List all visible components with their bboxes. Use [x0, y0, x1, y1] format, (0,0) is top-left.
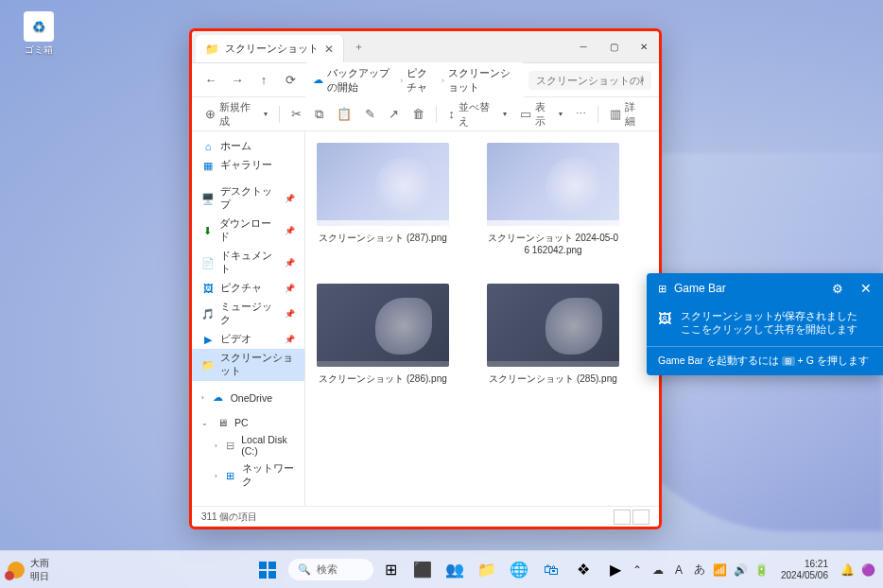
taskbar-app-2[interactable]: ▶ [600, 555, 631, 585]
file-item-0[interactable]: スクリーンショット (287).png [317, 143, 449, 255]
share-button[interactable]: ↗ [383, 102, 405, 127]
back-button[interactable]: ← [199, 69, 222, 92]
tray-app-icon[interactable]: 🟣 [860, 563, 875, 577]
cut-button[interactable]: ✂ [286, 102, 307, 127]
tab-screenshots[interactable]: 📁 スクリーンショット ✕ [196, 35, 344, 62]
sidebar-gallery[interactable]: ▦ ギャラリー [192, 156, 304, 175]
breadcrumb[interactable]: ☁ バックアップの開始 › ピクチャ › スクリーンショット [305, 62, 525, 98]
pin-icon: 📌 [285, 194, 295, 203]
maximize-button[interactable]: ▢ [598, 31, 629, 62]
sidebar-pinned-label: ピクチャ [220, 282, 262, 295]
file-item-3[interactable]: スクリーンショット (285).png [487, 284, 619, 386]
more-button[interactable]: ⋯ [570, 102, 592, 127]
plus-circle-icon: ⊕ [205, 107, 216, 121]
titlebar: 📁 スクリーンショット ✕ ＋ ─ ▢ ✕ [192, 31, 659, 63]
taskbar-explorer[interactable]: 📁 [472, 555, 502, 585]
backup-icon: ☁ [313, 74, 323, 86]
copy-button[interactable]: ⧉ [309, 102, 329, 127]
gamebar-title: Game Bar [674, 282, 726, 295]
tray-language-icon[interactable]: あ [692, 562, 707, 578]
file-explorer-window: 📁 スクリーンショット ✕ ＋ ─ ▢ ✕ ← → ↑ ⟳ ☁ バックアップの開… [192, 31, 659, 527]
tab-close-icon[interactable]: ✕ [324, 43, 334, 56]
file-item-1[interactable]: スクリーンショット 2024-05-06 162042.png [487, 143, 619, 255]
gamebar-hint: Game Bar を起動するには ⊞ + G を押します [647, 346, 883, 375]
view-list-button[interactable] [614, 510, 631, 525]
view-grid-button[interactable] [632, 510, 649, 525]
taskbar-store[interactable]: 🛍 [536, 555, 566, 585]
tray-wifi-icon[interactable]: 📶 [713, 563, 728, 577]
sidebar-localdisk[interactable]: › ⊟ Local Disk (C:) [192, 431, 304, 459]
sort-button[interactable]: ↕ 並べ替え ▾ [442, 102, 512, 127]
recycle-bin-icon: ♻ [24, 11, 54, 42]
forward-button[interactable]: → [226, 69, 249, 92]
view-button[interactable]: ▭ 表示 ▾ [514, 102, 568, 127]
taskbar-search[interactable]: 🔍 検索 [288, 559, 373, 580]
sidebar-localdisk-label: Local Disk (C:) [241, 434, 295, 457]
sidebar-pinned-4[interactable]: 🎵ミュージック📌 [192, 298, 304, 330]
breadcrumb-screenshots[interactable]: スクリーンショット [448, 66, 517, 95]
recycle-bin[interactable]: ♻ ゴミ箱 [15, 11, 62, 57]
paste-button[interactable]: 📋 [331, 102, 357, 127]
breadcrumb-root[interactable]: バックアップの開始 [327, 66, 396, 95]
taskbar-copilot[interactable]: ❖ [568, 555, 598, 585]
weather-widget[interactable]: 大雨 明日 [8, 557, 49, 583]
sidebar-pc[interactable]: ⌄ 🖥 PC [192, 414, 304, 431]
sidebar-pinned-icon: 🖼 [201, 283, 215, 294]
tray-ime-icon[interactable]: A [671, 563, 686, 577]
taskbar-teams[interactable]: 👥 [440, 555, 470, 585]
up-button[interactable]: ↑ [252, 69, 275, 92]
taskbar-clock[interactable]: 16:21 2024/05/06 [781, 559, 828, 581]
delete-button[interactable]: 🗑 [407, 102, 430, 127]
sidebar-pinned-icon: ▶ [201, 334, 215, 346]
copy-icon: ⧉ [315, 107, 323, 122]
tray-battery-icon[interactable]: 🔋 [754, 563, 770, 577]
svg-rect-3 [268, 571, 276, 579]
sidebar: ⌂ ホーム ▦ ギャラリー 🖥️デスクトップ📌⬇ダウンロード📌📄ドキュメント📌🖼… [192, 131, 305, 506]
new-button[interactable]: ⊕ 新規作成 ▾ [199, 102, 273, 127]
sidebar-onedrive[interactable]: › ☁ OneDrive [192, 389, 304, 406]
svg-rect-2 [259, 571, 267, 579]
task-view-button[interactable]: ⊞ [375, 555, 406, 585]
rename-button[interactable]: ✎ [359, 102, 381, 127]
sidebar-network[interactable]: › ⊞ ネットワーク [192, 459, 304, 492]
refresh-button[interactable]: ⟳ [279, 69, 302, 92]
tray-onedrive-icon[interactable]: ☁ [650, 563, 666, 577]
sidebar-pinned-1[interactable]: ⬇ダウンロード📌 [192, 215, 304, 247]
recycle-bin-label: ゴミ箱 [15, 43, 62, 57]
breadcrumb-pictures[interactable]: ピクチャ [407, 66, 438, 95]
paste-icon: 📋 [337, 107, 352, 121]
gamebar-notification[interactable]: ⊞ Game Bar ⚙ ✕ 🖼 スクリーンショットが保存されました ここをクリ… [647, 273, 883, 375]
network-icon: ⊞ [225, 470, 236, 482]
tray-volume-icon[interactable]: 🔊 [734, 563, 749, 577]
chevron-down-icon: ▾ [503, 110, 507, 118]
pin-icon: 📌 [285, 226, 295, 235]
minimize-button[interactable]: ─ [568, 31, 598, 62]
sidebar-pinned-2[interactable]: 📄ドキュメント📌 [192, 247, 304, 279]
notification-center-icon[interactable]: 🔔 [840, 563, 855, 577]
sidebar-pinned-0[interactable]: 🖥️デスクトップ📌 [192, 182, 304, 215]
chevron-down-icon: ▾ [264, 110, 268, 118]
sort-icon: ↕ [448, 107, 455, 121]
taskbar-app-1[interactable]: ⬛ [407, 555, 438, 585]
start-button[interactable] [252, 555, 283, 585]
new-tab-button[interactable]: ＋ [344, 31, 372, 62]
highlight-frame: 📁 スクリーンショット ✕ ＋ ─ ▢ ✕ ← → ↑ ⟳ ☁ バックアップの開… [189, 28, 662, 529]
sidebar-pinned-3[interactable]: 🖼ピクチャ📌 [192, 279, 304, 298]
weather-text-1: 大雨 [30, 557, 49, 570]
settings-icon[interactable]: ⚙ [832, 282, 843, 296]
search-input[interactable] [528, 71, 651, 90]
new-label: 新規作成 [219, 100, 260, 129]
file-item-2[interactable]: スクリーンショット (286).png [317, 284, 449, 386]
details-pane-button[interactable]: ▥ 詳細 [604, 102, 651, 127]
file-grid: スクリーンショット (287).pngスクリーンショット 2024-05-06 … [305, 131, 659, 506]
sidebar-home[interactable]: ⌂ ホーム [192, 137, 304, 156]
close-notification-button[interactable]: ✕ [860, 281, 872, 296]
sidebar-network-label: ネットワーク [242, 462, 295, 489]
tray-chevron-icon[interactable]: ⌃ [630, 563, 645, 577]
search-label: 検索 [317, 562, 338, 577]
weather-text-2: 明日 [30, 570, 49, 583]
sidebar-pinned-5[interactable]: ▶ビデオ📌 [192, 330, 304, 349]
taskbar-edge[interactable]: 🌐 [504, 555, 534, 585]
sidebar-pinned-6[interactable]: 📁スクリーンショット [192, 349, 304, 381]
close-window-button[interactable]: ✕ [629, 31, 659, 62]
